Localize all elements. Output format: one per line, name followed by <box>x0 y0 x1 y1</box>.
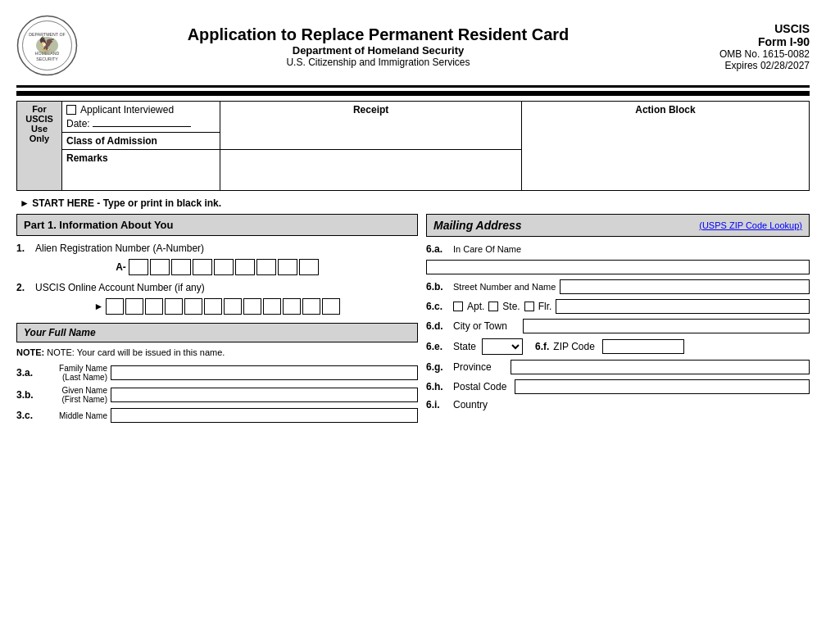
alien-box-2[interactable] <box>150 259 170 275</box>
svg-text:SECURITY: SECURITY <box>36 57 58 61</box>
apt-checkbox[interactable] <box>453 302 463 311</box>
field6a-row: 6.a. In Care Of Name <box>426 243 810 255</box>
class-of-admission-cell: Class of Admission <box>62 133 220 150</box>
applicant-interviewed-checkbox[interactable] <box>66 105 76 115</box>
field3a-number: 3.a. <box>16 367 43 379</box>
in-care-of-input[interactable] <box>426 260 810 274</box>
middle-name-input[interactable] <box>111 408 418 423</box>
subtitle: Department of Homeland Security <box>78 44 678 57</box>
field3b-row: 3.b. Given Name (First Name) <box>16 386 418 404</box>
field2-label: USCIS Online Account Number (if any) <box>35 282 418 293</box>
note-text: NOTE: NOTE: Your card will be issued in … <box>16 347 418 357</box>
field6a-label: In Care Of Name <box>453 244 527 254</box>
field6g-row: 6.g. Province <box>426 360 810 374</box>
alien-number-row: A- <box>16 259 418 275</box>
apt-number-input[interactable] <box>556 299 810 314</box>
flr-label: Flr. <box>538 301 552 312</box>
account-box-4[interactable] <box>165 298 183 315</box>
mailing-title: Mailing Address <box>433 219 522 232</box>
subtitle2: U.S. Citizenship and Immigration Service… <box>78 57 678 68</box>
given-name-input[interactable] <box>111 388 418 402</box>
field6d-row: 6.d. City or Town <box>426 319 810 333</box>
expiry-date: Expires 02/28/2027 <box>678 60 810 71</box>
alien-box-7[interactable] <box>256 259 276 275</box>
field6h-label: Postal Code <box>453 381 511 392</box>
alien-box-8[interactable] <box>278 259 297 275</box>
alien-boxes <box>129 259 319 275</box>
field6f-num: 6.f. <box>535 341 549 352</box>
field6c-num: 6.c. <box>426 301 449 312</box>
family-name-input[interactable] <box>111 365 418 380</box>
field6b-num: 6.b. <box>426 281 449 293</box>
class-of-admission-label: Class of Admission <box>66 135 157 147</box>
form-title: Application to Replace Permanent Residen… <box>78 25 678 44</box>
action-block-label: Action Block <box>635 104 695 116</box>
field6b-row: 6.b. Street Number and Name <box>426 279 810 294</box>
field6e-num: 6.e. <box>426 341 449 352</box>
field3c-label: Middle Name <box>46 411 107 420</box>
account-box-10[interactable] <box>283 298 301 315</box>
zip-input[interactable] <box>602 339 684 354</box>
account-box-12[interactable] <box>322 298 340 315</box>
field6a-num: 6.a. <box>426 243 449 255</box>
account-box-9[interactable] <box>263 298 281 315</box>
account-box-6[interactable] <box>204 298 222 315</box>
note-content: NOTE: Your card will be issued in this n… <box>47 347 225 357</box>
for-uscis-label: For USCIS Use Only <box>25 104 53 143</box>
field6c-row: 6.c. Apt. Ste. Flr. <box>426 299 810 314</box>
part1-header: Part 1. Information About You <box>16 214 418 236</box>
account-box-7[interactable] <box>224 298 242 315</box>
uscis-account-boxes <box>106 298 340 315</box>
account-box-3[interactable] <box>145 298 163 315</box>
applicant-interviewed-cell: Applicant Interviewed Date: <box>62 102 220 133</box>
alien-box-3[interactable] <box>171 259 191 275</box>
field1-label: Alien Registration Number (A-Number) <box>35 243 418 254</box>
account-box-2[interactable] <box>125 298 143 315</box>
city-input[interactable] <box>523 319 810 333</box>
street-number-input[interactable] <box>560 279 810 294</box>
logo: DEPARTMENT OF HOMELAND SECURITY 🦅 <box>16 15 78 79</box>
right-column: Mailing Address (USPS ZIP Code Lookup) 6… <box>426 214 810 427</box>
field1-number: 1. <box>16 243 31 254</box>
field6h-num: 6.h. <box>426 381 449 392</box>
account-box-8[interactable] <box>243 298 261 315</box>
account-box-5[interactable] <box>184 298 202 315</box>
field3a-row: 3.a. Family Name (Last Name) <box>16 364 418 382</box>
province-input[interactable] <box>511 360 810 374</box>
ste-label: Ste. <box>502 301 520 312</box>
form-number: Form I-90 <box>678 35 810 48</box>
receipt-cell: Receipt <box>220 102 521 150</box>
field3a-label: Family Name (Last Name) <box>46 364 107 382</box>
field6f-label: ZIP Code <box>553 341 598 352</box>
account-box-11[interactable] <box>302 298 320 315</box>
ste-checkbox[interactable] <box>488 302 498 311</box>
date-label: Date: <box>66 118 90 129</box>
receipt-label: Receipt <box>353 104 388 116</box>
alien-box-5[interactable] <box>214 259 234 275</box>
alien-box-4[interactable] <box>193 259 212 275</box>
for-uscis-cell: For USCIS Use Only <box>17 102 62 191</box>
field3c-row: 3.c. Middle Name <box>16 408 418 423</box>
state-select[interactable]: ALAKAZAR CACOCTDE FLGAHIID ILINIAKS KYLA… <box>482 338 523 355</box>
a-prefix: A- <box>116 261 126 273</box>
field6e-6f-row: 6.e. State ALAKAZAR CACOCTDE FLGAHIID IL… <box>426 338 810 355</box>
field6i-label: Country <box>453 399 494 410</box>
page-header: DEPARTMENT OF HOMELAND SECURITY 🦅 Applic… <box>16 8 810 88</box>
header-center: Application to Replace Permanent Residen… <box>78 25 678 68</box>
flr-checkbox[interactable] <box>524 302 534 311</box>
account-box-1[interactable] <box>106 298 124 315</box>
field6b-label: Street Number and Name <box>453 282 556 292</box>
field3c-number: 3.c. <box>16 410 43 421</box>
usps-zip-lookup-link[interactable]: (USPS ZIP Code Lookup) <box>699 220 802 230</box>
mailing-address-header: Mailing Address (USPS ZIP Code Lookup) <box>426 214 810 237</box>
alien-box-6[interactable] <box>235 259 255 275</box>
field2-row: 2. USCIS Online Account Number (if any) <box>16 282 418 293</box>
alien-box-9[interactable] <box>299 259 319 275</box>
postal-code-input[interactable] <box>515 379 810 394</box>
field6e-label: State <box>453 341 478 352</box>
uscis-label: USCIS <box>678 22 810 35</box>
account-arrow: ► <box>94 301 104 312</box>
uscis-account-row: ► <box>16 298 418 315</box>
field3b-label: Given Name (First Name) <box>46 386 107 404</box>
alien-box-1[interactable] <box>129 259 148 275</box>
